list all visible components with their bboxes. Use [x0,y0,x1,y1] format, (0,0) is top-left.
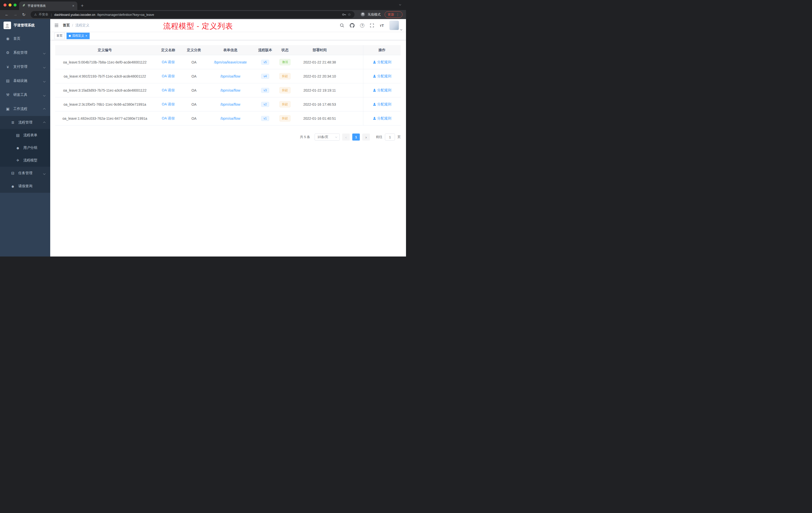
address-bar[interactable]: ⚠ 不安全 | dashboard.yudao.iocoder.cn/bpm/m… [31,11,354,18]
sidebar-item-dev-tools[interactable]: ⚒ 研发工具 [0,88,50,102]
form-link[interactable]: /bpm/oa/leave/create [214,60,247,64]
sidebar-item-process-model[interactable]: ✈ 流程模型 [0,154,50,167]
chevron-down-icon [43,52,46,55]
sidebar-item-user-group[interactable]: ☻ 用户分组 [0,142,50,154]
avatar[interactable] [389,21,399,30]
security-label[interactable]: 不安全 [39,12,49,17]
back-icon[interactable]: ← [3,12,10,17]
pagination: 共 5 条 10条/页 ‹ 1 › 前往 页 [55,133,401,141]
sidebar-item-leave-query[interactable]: ☻ 请假查询 [0,180,50,193]
tools-icon: ⚒ [5,93,10,97]
status-badge: 挂起 [280,101,290,108]
page-size-select[interactable]: 10条/页 [315,133,340,141]
help-icon[interactable]: ? [360,23,364,28]
definition-name-link[interactable]: OA 请假 [162,88,174,92]
sidebar-item-label: 流程表单 [23,133,37,138]
url-divider: | [51,13,52,17]
form-link[interactable]: /bpm/oa/flow [221,88,240,92]
tag-process-definition[interactable]: 流程定义 × [66,33,90,39]
page-unit-label: 页 [398,135,401,139]
infrastructure-icon: ▤ [5,79,10,83]
assign-rule-link[interactable]: 分配规则 [373,102,392,107]
assign-rule-link[interactable]: 分配规则 [373,88,392,93]
update-label: 更新 [388,12,394,17]
window-close-button[interactable] [3,3,6,6]
status-badge: 激活 [280,59,290,65]
version-badge: v5 [261,60,269,65]
breadcrumb-home[interactable]: 首页 [63,23,70,28]
column-header-actions: 操作 [363,45,401,55]
github-icon[interactable] [350,23,354,28]
new-tab-button[interactable]: + [81,1,84,10]
assign-rule-link[interactable]: 分配规则 [373,116,392,121]
sidebar-item-process-management[interactable]: ≣ 流程管理 [0,116,50,129]
form-link[interactable]: /bpm/oa/flow [221,74,240,78]
tab-favicon-icon [22,3,26,8]
cell-definition-id: oa_leave:5:004b710b-7b8a-11ec-8ef0-acde4… [55,60,154,64]
version-badge: v4 [261,74,269,79]
sidebar-item-label: 支付管理 [13,64,27,69]
current-page-button[interactable]: 1 [352,133,360,141]
sidebar-menu: ◉ 首页 ⚙ 系统管理 ¥ 支付管理 ▤ 基础设施 [0,32,50,193]
sidebar-item-system-management[interactable]: ⚙ 系统管理 [0,46,50,60]
browser-tab[interactable]: 芋道管理系统 × [19,1,77,10]
tab-close-icon[interactable]: × [72,4,74,7]
assign-rule-link[interactable]: 分配规则 [373,74,392,79]
search-icon[interactable] [340,23,344,28]
chevron-down-icon [43,80,46,83]
sidebar-item-label: 基础设施 [13,79,27,83]
column-header-form-info: 表单信息 [206,48,255,53]
url-host: dashboard.yudao.iocoder.cn [54,13,95,17]
browser-update-menu-button[interactable]: 更新 ⋮ [385,11,403,18]
window-minimize-button[interactable] [8,3,11,6]
table-row: oa_leave:2:3c1f0ef1-76b1-11ec-9c66-a2380… [55,97,401,112]
sidebar-collapse-icon[interactable] [54,23,59,27]
yen-icon: ¥ [5,65,10,69]
sidebar-item-task-management[interactable]: ⊟ 任务管理 [0,167,50,180]
user-icon [373,117,376,120]
browser-toolbar: ← → ↻ ⚠ 不安全 | dashboard.yudao.iocoder.cn… [0,10,406,19]
tag-close-icon[interactable]: × [85,34,87,37]
sidebar-item-payment-management[interactable]: ¥ 支付管理 [0,60,50,74]
definition-name-link[interactable]: OA 请假 [162,102,174,106]
sidebar-item-home[interactable]: ◉ 首页 [0,32,50,46]
bookmark-star-icon[interactable]: ☆ [348,12,351,17]
window-zoom-button[interactable] [13,3,17,6]
chevron-down-icon [43,66,46,68]
tag-home[interactable]: 首页 [54,33,65,39]
column-header-definition-name: 定义名称 [154,48,182,53]
definition-name-link[interactable]: OA 请假 [162,74,174,78]
fullscreen-icon[interactable] [370,23,374,28]
form-link[interactable]: /bpm/oa/flow [221,117,240,120]
page-annotation: 流程模型 - 定义列表 [163,21,233,31]
sidebar-item-infrastructure[interactable]: ▤ 基础设施 [0,74,50,88]
form-icon: ▤ [16,133,20,138]
sidebar-item-workflow[interactable]: ▣ 工作流程 [0,102,50,116]
reload-icon[interactable]: ↻ [21,12,27,17]
form-link[interactable]: /bpm/oa/flow [221,102,240,107]
definition-table: 定义编号 定义名称 定义分类 表单信息 流程版本 状态 部署时间 操作 oa_l… [55,45,401,125]
column-header-definition-id: 定义编号 [55,48,154,53]
version-badge: v2 [261,102,269,107]
prev-page-button[interactable]: ‹ [342,133,350,141]
assign-rule-link[interactable]: 分配规则 [373,60,392,64]
definition-name-link[interactable]: OA 请假 [162,60,174,64]
goto-page-input[interactable] [385,133,395,141]
font-size-icon[interactable]: тT [380,23,384,28]
avatar-caret-icon[interactable] [400,28,402,30]
user-icon [373,103,376,106]
forward-icon[interactable]: → [12,12,19,17]
header-actions: ? тT [340,21,402,30]
page-size-value: 10条/页 [317,135,328,139]
sidebar-item-process-form[interactable]: ▤ 流程表单 [0,129,50,142]
sidebar-item-label: 系统管理 [13,51,27,55]
content: 定义编号 定义名称 定义分类 表单信息 流程版本 状态 部署时间 操作 oa_l… [50,40,406,256]
user-avatar-wrap [389,21,402,30]
tab-search-icon[interactable] [399,3,402,6]
next-page-button[interactable]: › [362,133,370,141]
password-key-icon[interactable] [342,12,346,17]
total-count: 共 5 条 [300,135,310,139]
definition-name-link[interactable]: OA 请假 [162,116,174,120]
chevron-down-icon [43,94,46,97]
cell-category: OA [182,88,206,92]
